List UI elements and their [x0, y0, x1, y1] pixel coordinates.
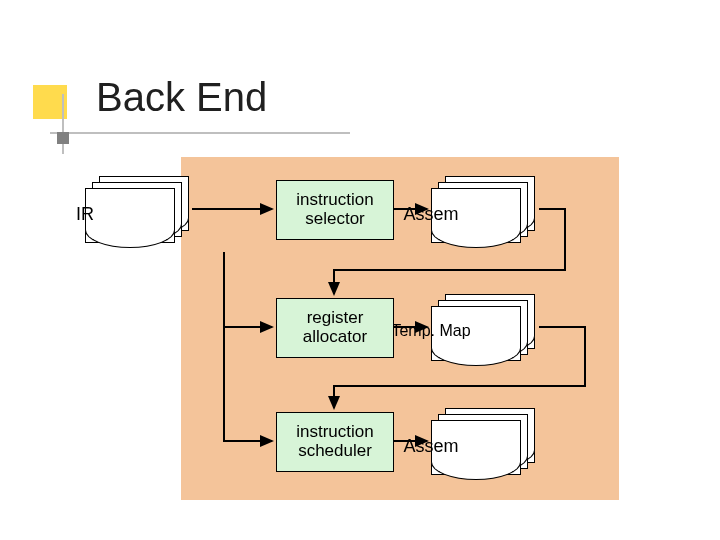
page-title: Back End [96, 75, 267, 120]
node-instruction-scheduler: instruction scheduler [276, 412, 394, 472]
node-instruction-selector: instruction selector [276, 180, 394, 240]
register-allocator-label: register allocator [277, 309, 393, 346]
node-ir-label: IR [25, 204, 145, 225]
node-register-allocator: register allocator [276, 298, 394, 358]
title-vertical-rule [62, 94, 64, 154]
title-bullet-square [57, 132, 69, 144]
instruction-selector-label: instruction selector [277, 191, 393, 228]
slide: Back End IR Assem Temp. Map Assem instru… [0, 0, 720, 540]
instruction-scheduler-label: instruction scheduler [277, 423, 393, 460]
title-horizontal-rule [50, 132, 350, 134]
